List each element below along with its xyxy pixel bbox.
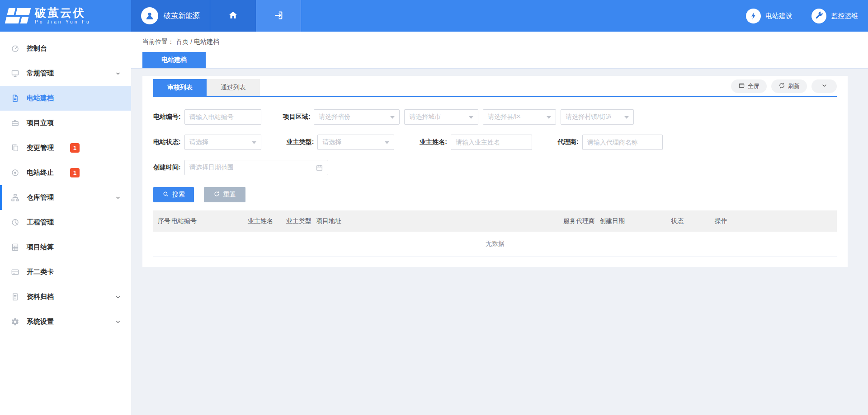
calculator-icon [11, 243, 19, 252]
sidebar-item-engineering-mgmt[interactable]: 工程管理 [0, 210, 131, 235]
filter-label-agent: 代理商: [557, 138, 579, 146]
sidebar: 控制台常规管理电站建档项目立项变更管理1电站终止1仓库管理工程管理项目结算开二类… [0, 32, 131, 415]
sidebar-item-change-mgmt[interactable]: 变更管理1 [0, 135, 131, 160]
sidebar-item-label: 控制台 [27, 44, 47, 53]
results-table: 序号电站编号业主姓名业主类型项目地址服务代理商创建日期状态操作 无数据 [153, 210, 837, 256]
filter-label-province: 项目区域: [283, 113, 311, 121]
sidebar-item-label: 工程管理 [27, 218, 54, 227]
filter-input-owner-name[interactable] [451, 135, 532, 150]
caret-down-icon [385, 141, 389, 144]
top-bar: 破茧云伏 Po Jian Yun Fu 破茧新能源 电站建设监控运维 [0, 0, 868, 32]
card-icon [11, 268, 19, 276]
caret-down-icon [469, 116, 473, 119]
top-nav-monitor-ops[interactable]: 监控运维 [811, 9, 858, 23]
sidebar-item-label: 系统设置 [27, 317, 54, 326]
fullscreen-button[interactable]: 全屏 [731, 79, 767, 93]
home-button[interactable] [210, 0, 256, 32]
select-placeholder: 请选择 [189, 138, 208, 146]
select-placeholder: 请选择 [322, 138, 341, 146]
table-header-row: 序号电站编号业主姓名业主类型项目地址服务代理商创建日期状态操作 [153, 210, 837, 232]
search-button[interactable]: 搜索 [153, 187, 194, 202]
breadcrumb-home-link[interactable]: 首页 [176, 38, 189, 46]
filter-label-owner-name: 业主姓名: [420, 138, 447, 146]
column-header-2: 业主姓名 [248, 217, 286, 225]
filter-select-station-status[interactable]: 请选择 [184, 135, 261, 150]
filter-input-station-no[interactable] [184, 109, 261, 125]
select-placeholder: 请选择省份 [319, 113, 350, 121]
filter-field-create-time: 创建时间:请选择日期范围 [153, 160, 328, 175]
column-header-3: 业主类型 [286, 217, 316, 225]
filter-row: 创建时间:请选择日期范围 [153, 160, 837, 175]
filter-daterange-create-time[interactable]: 请选择日期范围 [184, 160, 328, 175]
notification-badge: 1 [70, 143, 80, 153]
wrench-icon [811, 9, 826, 23]
filter-field-agent: 代理商: [557, 135, 663, 150]
top-nav: 电站建设监控运维 [746, 0, 868, 32]
filter-select-county[interactable]: 请选择县/区 [483, 109, 556, 125]
filter-field-city: 请选择城市 [404, 109, 478, 125]
chevron-down-icon [115, 70, 121, 77]
panel-tab-bar: 审核列表通过列表 全屏 刷新 [153, 79, 837, 97]
brand-logo-icon [5, 8, 31, 23]
sidebar-item-console[interactable]: 控制台 [0, 36, 131, 61]
sidebar-item-type2-card[interactable]: 开二类卡 [0, 260, 131, 284]
page-tab-station-archive[interactable]: 电站建档 [142, 52, 206, 68]
dashboard-icon [11, 44, 19, 53]
select-placeholder: 请选择村镇/街道 [566, 113, 612, 121]
fullscreen-icon [738, 82, 745, 90]
breadcrumb-current: 电站建档 [194, 38, 219, 46]
breadcrumb: 当前位置： 首页 / 电站建档 [131, 32, 868, 52]
brand-subtitle: Po Jian Yun Fu [35, 19, 91, 25]
filter-select-owner-type[interactable]: 请选择 [317, 135, 394, 150]
monitor-icon [11, 69, 19, 78]
caret-down-icon [252, 141, 256, 144]
reset-button[interactable]: 重置 [204, 187, 245, 202]
filter-input-agent[interactable] [582, 135, 663, 150]
top-nav-label: 电站建设 [765, 12, 793, 20]
top-nav-label: 监控运维 [831, 12, 858, 20]
column-header-1: 电站编号 [171, 217, 248, 225]
sidebar-item-label: 电站终止 [27, 168, 54, 177]
column-header-4: 项目地址 [316, 217, 563, 225]
reset-label: 重置 [223, 191, 236, 199]
sidebar-item-label: 项目立项 [27, 119, 54, 127]
copy-icon [11, 144, 19, 152]
brand-logo: 破茧云伏 Po Jian Yun Fu [0, 0, 131, 32]
app-window: 破茧云伏 Po Jian Yun Fu 破茧新能源 电站建设监控运维 控制台常规… [0, 0, 868, 415]
refresh-label: 刷新 [788, 82, 800, 90]
page-header: 当前位置： 首页 / 电站建档 电站建档 [131, 32, 868, 69]
archive-icon [11, 293, 19, 301]
filter-field-village: 请选择村镇/街道 [561, 109, 634, 125]
sidebar-item-station-termination[interactable]: 电站终止1 [0, 160, 131, 185]
sidebar-item-project-settlement[interactable]: 项目结算 [0, 235, 131, 260]
select-placeholder: 请选择城市 [409, 113, 441, 121]
filter-select-province[interactable]: 请选择省份 [314, 109, 400, 125]
refresh-button[interactable]: 刷新 [771, 79, 807, 93]
user-menu[interactable]: 破茧新能源 [131, 0, 210, 32]
filter-field-station-status: 电站状态:请选择 [153, 135, 261, 150]
sidebar-item-warehouse-mgmt[interactable]: 仓库管理 [0, 185, 131, 210]
date-placeholder: 请选择日期范围 [189, 163, 234, 172]
tab-review-list[interactable]: 审核列表 [153, 79, 207, 96]
sidebar-item-label: 项目结算 [27, 243, 54, 252]
filter-label-station-no: 电站编号: [153, 113, 181, 121]
breadcrumb-prefix: 当前位置： [142, 38, 174, 46]
top-nav-station-build[interactable]: 电站建设 [746, 9, 793, 23]
filter-field-station-no: 电站编号: [153, 109, 261, 125]
collapse-button[interactable] [811, 79, 837, 93]
sidebar-item-system-settings[interactable]: 系统设置 [0, 309, 131, 334]
sidebar-item-project-approval[interactable]: 项目立项 [0, 111, 131, 135]
refresh-icon [778, 82, 785, 90]
sidebar-item-data-archive[interactable]: 资料归档 [0, 284, 131, 309]
sidebar-item-label: 仓库管理 [27, 193, 54, 202]
filter-select-city[interactable]: 请选择城市 [404, 109, 478, 125]
tab-passed-list[interactable]: 通过列表 [207, 79, 260, 96]
sidebar-item-general-mgmt[interactable]: 常规管理 [0, 61, 131, 86]
sidebar-item-station-archive[interactable]: 电站建档 [0, 86, 131, 111]
filter-select-village[interactable]: 请选择村镇/街道 [561, 109, 634, 125]
filter-row: 电站编号:项目区域:请选择省份请选择城市请选择县/区请选择村镇/街道 [153, 109, 837, 125]
logout-button[interactable] [256, 0, 301, 32]
filter-label-create-time: 创建时间: [153, 163, 181, 172]
sitemap-icon [11, 193, 19, 202]
record-icon [11, 168, 19, 177]
